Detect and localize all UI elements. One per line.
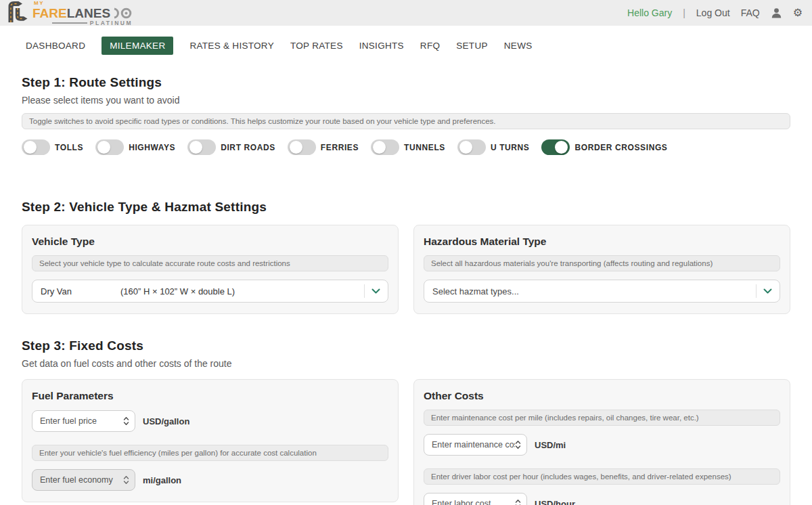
toggle-knob bbox=[555, 141, 568, 154]
fuel-economy-unit: mi/gallon bbox=[143, 475, 181, 485]
step1-subtitle: Please select items you want to avoid bbox=[22, 95, 790, 106]
fuel-economy-hint: Enter your vehicle's fuel efficiency (mi… bbox=[32, 445, 388, 461]
toggle-switch-dirt-roads[interactable] bbox=[187, 139, 216, 155]
number-spinner-icon[interactable] bbox=[123, 475, 129, 485]
toggle-switch-border-crossings[interactable] bbox=[541, 139, 570, 155]
logo-speedo-icon bbox=[112, 7, 133, 19]
labor-hint: Enter driver labor cost per hour (includ… bbox=[424, 468, 780, 485]
labor-cost-input-wrap bbox=[424, 493, 527, 505]
number-spinner-icon[interactable] bbox=[123, 416, 129, 426]
top-header-bar: MY FARELANES PLATINUM Hello Gary | Log O… bbox=[0, 0, 812, 26]
nav-tab-dashboard[interactable]: DASHBOARD bbox=[26, 37, 85, 55]
other-costs-title: Other Costs bbox=[424, 390, 780, 402]
nav-tab-insights[interactable]: INSIGHTS bbox=[359, 37, 404, 55]
main-nav: DASHBOARDMILEMAKERRATES & HISTORYTOP RAT… bbox=[0, 26, 812, 55]
gear-icon[interactable]: ⚙ bbox=[793, 7, 803, 18]
nav-tab-setup[interactable]: SETUP bbox=[456, 37, 488, 55]
toggle-switch-tolls[interactable] bbox=[22, 139, 50, 155]
vehicle-type-dimensions: (160” H × 102” W × double L) bbox=[120, 286, 364, 297]
labor-cost-input[interactable] bbox=[432, 499, 515, 505]
hazmat-hint: Select all hazardous materials you're tr… bbox=[424, 255, 780, 271]
fuel-price-unit: USD/gallon bbox=[143, 416, 189, 426]
dropdown-divider bbox=[364, 284, 365, 298]
logo-platinum-text: PLATINUM bbox=[90, 20, 133, 26]
farelanes-logo[interactable]: MY FARELANES PLATINUM bbox=[5, 0, 133, 26]
toggle-label: FERRIES bbox=[321, 143, 359, 152]
logo-fare-text: FARE bbox=[32, 7, 67, 20]
toggle-knob bbox=[189, 141, 202, 154]
toggle-item-border-crossings: BORDER CROSSINGS bbox=[541, 139, 667, 155]
number-spinner-icon[interactable] bbox=[515, 499, 521, 505]
hazmat-placeholder: Select hazmat types... bbox=[432, 286, 756, 297]
chevron-down-icon bbox=[763, 288, 772, 294]
labor-unit: USD/hour bbox=[535, 499, 575, 505]
toggle-knob bbox=[290, 141, 302, 154]
logo-lanes-text: LANES bbox=[67, 7, 110, 20]
logout-link[interactable]: Log Out bbox=[696, 7, 730, 18]
fuel-price-input[interactable] bbox=[40, 416, 123, 426]
nav-tab-news[interactable]: NEWS bbox=[504, 37, 533, 55]
other-costs-panel: Other Costs Enter maintenance cost per m… bbox=[413, 379, 790, 505]
nav-tab-milemaker[interactable]: MILEMAKER bbox=[102, 37, 173, 55]
toggle-item-tunnels: TUNNELS bbox=[371, 139, 445, 155]
fuel-parameters-panel: Fuel Parameters USD/gallon Enter your ve… bbox=[22, 379, 399, 502]
toggle-knob bbox=[97, 141, 110, 154]
step3-subtitle: Get data on fuel costs and other costs o… bbox=[22, 358, 790, 369]
fuel-economy-input[interactable] bbox=[40, 475, 123, 485]
toggle-label: TOLLS bbox=[55, 143, 83, 152]
user-icon[interactable] bbox=[771, 7, 782, 18]
vehicle-type-hint: Select your vehicle type to calculate ac… bbox=[32, 255, 388, 271]
toggle-item-u-turns: U TURNS bbox=[457, 139, 530, 155]
fuel-price-input-wrap bbox=[32, 410, 135, 432]
chevron-down-icon bbox=[371, 288, 380, 294]
number-spinner-icon[interactable] bbox=[515, 440, 521, 449]
header-separator: | bbox=[683, 7, 685, 18]
vehicle-type-title: Vehicle Type bbox=[32, 236, 388, 248]
fuel-economy-input-wrap bbox=[32, 469, 135, 491]
hazmat-select[interactable]: Select hazmat types... bbox=[424, 280, 780, 303]
toggle-label: HIGHWAYS bbox=[129, 143, 175, 152]
header-actions: Hello Gary | Log Out FAQ ⚙ bbox=[627, 7, 803, 18]
toggle-knob bbox=[24, 141, 37, 154]
toggle-label: BORDER CROSSINGS bbox=[574, 143, 667, 152]
toggle-switch-ferries[interactable] bbox=[288, 139, 316, 155]
logo-my-text: MY bbox=[34, 1, 133, 6]
maintenance-cost-input[interactable] bbox=[432, 440, 515, 449]
toggle-label: U TURNS bbox=[491, 143, 530, 152]
logo-divider-line bbox=[52, 22, 87, 24]
maintenance-unit: USD/mi bbox=[535, 440, 566, 450]
toggle-switch-highways[interactable] bbox=[95, 139, 124, 155]
route-toggles: TOLLSHIGHWAYSDIRT ROADSFERRIESTUNNELSU T… bbox=[22, 139, 790, 155]
toggle-item-ferries: FERRIES bbox=[288, 139, 359, 155]
nav-tab-top-rates[interactable]: TOP RATES bbox=[290, 37, 343, 55]
dropdown-divider bbox=[756, 284, 757, 298]
user-greeting: Hello Gary bbox=[627, 7, 672, 18]
logo-road-icon bbox=[5, 0, 30, 23]
hazmat-panel: Hazardous Material Type Select all hazar… bbox=[413, 225, 790, 314]
toggle-switch-tunnels[interactable] bbox=[371, 139, 399, 155]
toggle-item-highways: HIGHWAYS bbox=[95, 139, 175, 155]
vehicle-type-panel: Vehicle Type Select your vehicle type to… bbox=[22, 225, 399, 314]
maintenance-cost-input-wrap bbox=[424, 434, 527, 456]
toggle-item-tolls: TOLLS bbox=[22, 139, 83, 155]
toggle-knob bbox=[373, 141, 386, 154]
hazmat-title: Hazardous Material Type bbox=[424, 236, 780, 248]
toggle-knob bbox=[459, 141, 472, 154]
step1-hint: Toggle switches to avoid specific road t… bbox=[22, 113, 790, 129]
toggle-switch-u-turns[interactable] bbox=[457, 139, 486, 155]
toggle-item-dirt-roads: DIRT ROADS bbox=[187, 139, 275, 155]
toggle-label: DIRT ROADS bbox=[221, 143, 275, 152]
step2-title: Step 2: Vehicle Type & Hazmat Settings bbox=[22, 200, 790, 215]
nav-tab-rates-history[interactable]: RATES & HISTORY bbox=[189, 37, 274, 55]
step1-title: Step 1: Route Settings bbox=[22, 75, 790, 90]
vehicle-type-selected-value: Dry Van bbox=[41, 286, 120, 297]
step3-title: Step 3: Fixed Costs bbox=[22, 338, 790, 353]
toggle-label: TUNNELS bbox=[404, 143, 445, 152]
nav-tab-rfq[interactable]: RFQ bbox=[420, 37, 440, 55]
vehicle-type-select[interactable]: Dry Van (160” H × 102” W × double L) bbox=[32, 280, 388, 303]
fuel-parameters-title: Fuel Parameters bbox=[32, 390, 388, 402]
faq-link[interactable]: FAQ bbox=[741, 7, 760, 18]
maintenance-hint: Enter maintenance cost per mile (include… bbox=[424, 410, 780, 426]
